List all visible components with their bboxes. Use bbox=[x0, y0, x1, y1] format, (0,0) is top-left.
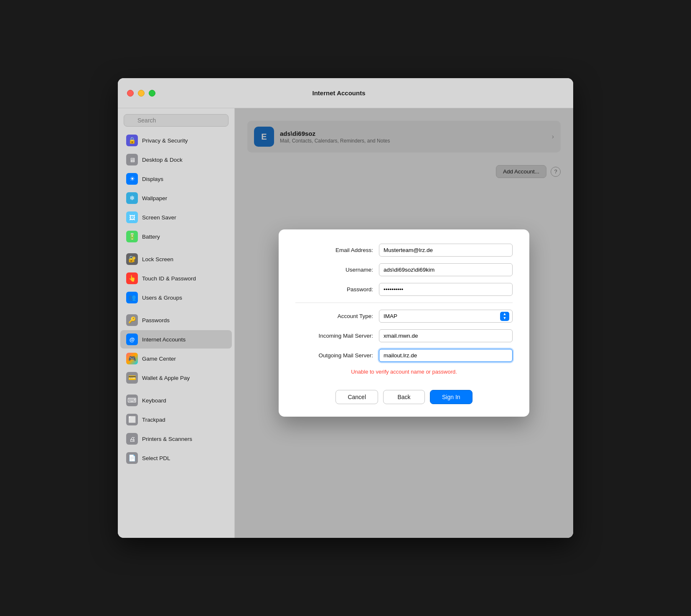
sidebar-item-select-pdl[interactable]: 📄 Select PDL bbox=[120, 449, 232, 467]
back-button[interactable]: Back bbox=[383, 390, 425, 404]
search-container: 🔍 bbox=[118, 108, 234, 131]
account-type-row: Account Type: IMAP POP ▲ ▼ bbox=[295, 310, 513, 323]
outgoing-mail-input[interactable] bbox=[379, 349, 513, 362]
sidebar-item-label: Game Center bbox=[142, 356, 176, 362]
modal-buttons: Cancel Back Sign In bbox=[279, 390, 529, 417]
sidebar-item-label: Internet Accounts bbox=[142, 336, 185, 343]
sidebar-item-label: Displays bbox=[142, 176, 163, 182]
incoming-mail-input[interactable] bbox=[379, 329, 513, 342]
sidebar-item-desktop-dock[interactable]: 🖥 Desktop & Dock bbox=[120, 150, 232, 169]
touch-id-icon: 👆 bbox=[126, 272, 138, 284]
screen-saver-icon: 🖼 bbox=[126, 211, 138, 223]
email-address-input[interactable] bbox=[379, 244, 513, 257]
select-pdl-icon: 📄 bbox=[126, 452, 138, 464]
password-row: Password: bbox=[295, 283, 513, 296]
sidebar-item-trackpad[interactable]: ⬜ Trackpad bbox=[120, 410, 232, 429]
search-input[interactable] bbox=[124, 114, 229, 127]
error-message: Unable to verify account name or passwor… bbox=[295, 369, 513, 375]
sidebar-item-lock-screen[interactable]: 🔐 Lock Screen bbox=[120, 250, 232, 268]
passwords-icon: 🔑 bbox=[126, 314, 138, 326]
sidebar-item-internet-accounts[interactable]: @ Internet Accounts bbox=[120, 330, 232, 349]
right-panel: E ads\di69soz Mail, Contacts, Calendars,… bbox=[235, 108, 573, 538]
minimize-button[interactable] bbox=[138, 90, 145, 97]
email-address-row: Email Address: bbox=[295, 244, 513, 257]
sidebar-item-label: Printers & Scanners bbox=[142, 436, 192, 442]
sidebar-item-label: Passwords bbox=[142, 317, 170, 323]
sidebar-item-label: Select PDL bbox=[142, 455, 170, 461]
incoming-mail-row: Incoming Mail Server: bbox=[295, 329, 513, 342]
modal-form: Email Address: Username: Password: bbox=[279, 229, 529, 390]
sidebar-item-label: Privacy & Security bbox=[142, 137, 188, 144]
close-button[interactable] bbox=[127, 90, 134, 97]
sidebar-item-game-center[interactable]: 🎮 Game Center bbox=[120, 349, 232, 368]
users-groups-icon: 👥 bbox=[126, 292, 138, 303]
privacy-security-icon: 🔒 bbox=[126, 135, 138, 146]
password-input[interactable] bbox=[379, 283, 513, 296]
sidebar-item-label: Lock Screen bbox=[142, 256, 173, 262]
sidebar-item-users-groups[interactable]: 👥 Users & Groups bbox=[120, 288, 232, 307]
keyboard-icon: ⌨ bbox=[126, 395, 138, 406]
modal-divider bbox=[295, 303, 513, 303]
outgoing-mail-label: Outgoing Mail Server: bbox=[295, 352, 379, 359]
sidebar-item-passwords[interactable]: 🔑 Passwords bbox=[120, 311, 232, 329]
maximize-button[interactable] bbox=[149, 90, 155, 97]
modal-overlay: Email Address: Username: Password: bbox=[235, 108, 573, 538]
displays-icon: ☀ bbox=[126, 173, 138, 185]
internet-accounts-icon: @ bbox=[126, 333, 138, 345]
sidebar-item-label: Screen Saver bbox=[142, 214, 176, 221]
trackpad-icon: ⬜ bbox=[126, 414, 138, 425]
wallpaper-icon: ❄ bbox=[126, 192, 138, 204]
cancel-button[interactable]: Cancel bbox=[335, 390, 378, 404]
main-content: 🔍 🔒 Privacy & Security 🖥 Desktop & Dock … bbox=[118, 108, 573, 538]
sign-in-button[interactable]: Sign In bbox=[430, 390, 473, 404]
game-center-icon: 🎮 bbox=[126, 353, 138, 364]
wallet-icon: 💳 bbox=[126, 372, 138, 384]
sidebar-item-wallpaper[interactable]: ❄ Wallpaper bbox=[120, 189, 232, 207]
sidebar-item-privacy-security[interactable]: 🔒 Privacy & Security bbox=[120, 131, 232, 150]
account-type-select[interactable]: IMAP POP bbox=[379, 310, 513, 323]
desktop-dock-icon: 🖥 bbox=[126, 154, 138, 165]
email-address-label: Email Address: bbox=[295, 247, 379, 253]
printers-icon: 🖨 bbox=[126, 433, 138, 445]
sidebar-item-label: Users & Groups bbox=[142, 295, 182, 301]
account-type-select-wrapper: IMAP POP ▲ ▼ bbox=[379, 310, 513, 323]
battery-icon: 🔋 bbox=[126, 231, 138, 242]
incoming-mail-label: Incoming Mail Server: bbox=[295, 333, 379, 339]
title-bar: Internet Accounts bbox=[118, 78, 573, 108]
sidebar-item-label: Wallet & Apple Pay bbox=[142, 375, 190, 381]
system-preferences-window: Internet Accounts 🔍 🔒 Privacy & Security… bbox=[118, 78, 573, 538]
window-title: Internet Accounts bbox=[164, 89, 514, 97]
sidebar-item-label: Keyboard bbox=[142, 397, 166, 404]
sidebar-item-label: Trackpad bbox=[142, 417, 165, 423]
sidebar-item-battery[interactable]: 🔋 Battery bbox=[120, 227, 232, 246]
sidebar-item-label: Wallpaper bbox=[142, 195, 167, 201]
sign-in-modal: Email Address: Username: Password: bbox=[279, 229, 529, 417]
search-wrapper: 🔍 bbox=[124, 114, 229, 127]
sidebar-item-label: Desktop & Dock bbox=[142, 157, 183, 163]
sidebar-item-keyboard[interactable]: ⌨ Keyboard bbox=[120, 391, 232, 410]
traffic-lights bbox=[127, 90, 155, 97]
sidebar-item-wallet[interactable]: 💳 Wallet & Apple Pay bbox=[120, 369, 232, 387]
sidebar-item-screen-saver[interactable]: 🖼 Screen Saver bbox=[120, 208, 232, 227]
sidebar-item-displays[interactable]: ☀ Displays bbox=[120, 170, 232, 188]
username-label: Username: bbox=[295, 267, 379, 273]
sidebar-item-label: Touch ID & Password bbox=[142, 275, 196, 282]
lock-screen-icon: 🔐 bbox=[126, 253, 138, 265]
sidebar-item-label: Battery bbox=[142, 234, 160, 240]
sidebar-item-printers[interactable]: 🖨 Printers & Scanners bbox=[120, 430, 232, 448]
username-input[interactable] bbox=[379, 263, 513, 276]
sidebar: 🔍 🔒 Privacy & Security 🖥 Desktop & Dock … bbox=[118, 108, 235, 538]
outgoing-mail-row: Outgoing Mail Server: bbox=[295, 349, 513, 362]
password-label: Password: bbox=[295, 286, 379, 293]
username-row: Username: bbox=[295, 263, 513, 276]
sidebar-item-touch-id[interactable]: 👆 Touch ID & Password bbox=[120, 269, 232, 288]
account-type-label: Account Type: bbox=[295, 313, 379, 319]
